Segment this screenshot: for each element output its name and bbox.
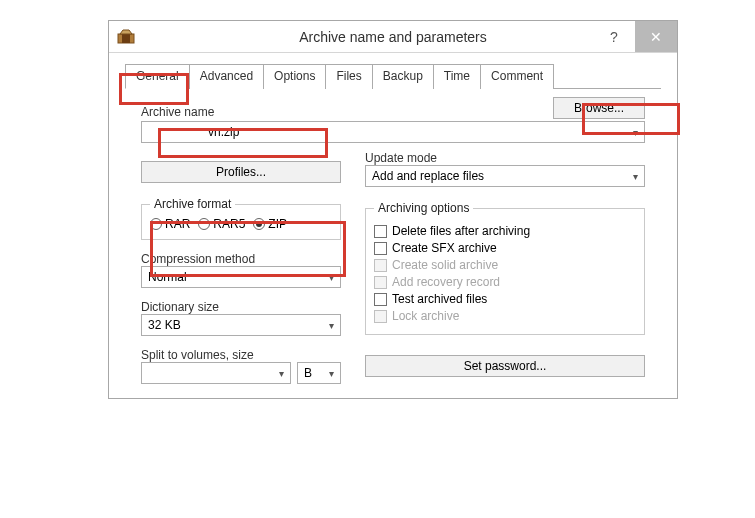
checkbox-icon <box>374 310 387 323</box>
tab-backup[interactable]: Backup <box>372 64 434 89</box>
radio-rar[interactable]: RAR <box>150 217 190 231</box>
help-button[interactable]: ? <box>593 21 635 52</box>
checkbox-icon <box>374 259 387 272</box>
check-lock: Lock archive <box>374 309 636 323</box>
tab-comment[interactable]: Comment <box>480 64 554 89</box>
archiving-options-legend: Archiving options <box>374 201 473 215</box>
checkbox-icon <box>374 276 387 289</box>
radio-icon <box>253 218 265 230</box>
radio-zip[interactable]: ZIP <box>253 217 287 231</box>
tab-general[interactable]: General <box>125 64 190 89</box>
radio-icon <box>198 218 210 230</box>
checkbox-icon <box>374 242 387 255</box>
dictionary-size-label: Dictionary size <box>141 300 341 314</box>
checkbox-icon <box>374 293 387 306</box>
tab-advanced[interactable]: Advanced <box>189 64 264 89</box>
dialog-title: Archive name and parameters <box>109 29 677 45</box>
radio-rar5[interactable]: RAR5 <box>198 217 245 231</box>
chevron-down-icon: ▾ <box>329 368 334 379</box>
check-recovery: Add recovery record <box>374 275 636 289</box>
chevron-down-icon: ▾ <box>633 127 638 138</box>
close-button[interactable]: ✕ <box>635 21 677 52</box>
update-mode-label: Update mode <box>365 151 645 165</box>
archive-name-combo[interactable]: vn.zip ▾ <box>141 121 645 143</box>
update-mode-combo[interactable]: Add and replace files ▾ <box>365 165 645 187</box>
split-volumes-label: Split to volumes, size <box>141 348 341 362</box>
chevron-down-icon: ▾ <box>329 320 334 331</box>
dictionary-size-combo[interactable]: 32 KB ▾ <box>141 314 341 336</box>
chevron-down-icon: ▾ <box>633 171 638 182</box>
compression-method-label: Compression method <box>141 252 341 266</box>
check-test[interactable]: Test archived files <box>374 292 636 306</box>
tab-strip: General Advanced Options Files Backup Ti… <box>125 63 661 89</box>
checkbox-icon <box>374 225 387 238</box>
check-sfx[interactable]: Create SFX archive <box>374 241 636 255</box>
browse-button[interactable]: Browse... <box>553 97 645 119</box>
radio-icon <box>150 218 162 230</box>
tab-files[interactable]: Files <box>325 64 372 89</box>
split-volumes-unit[interactable]: B ▾ <box>297 362 341 384</box>
dialog-window: Archive name and parameters ? ✕ General … <box>108 20 678 399</box>
archive-format-group: Archive format RAR RAR5 ZIP <box>141 197 341 240</box>
split-volumes-combo[interactable]: ▾ <box>141 362 291 384</box>
tab-options[interactable]: Options <box>263 64 326 89</box>
check-delete-after[interactable]: Delete files after archiving <box>374 224 636 238</box>
titlebar: Archive name and parameters ? ✕ <box>109 21 677 53</box>
set-password-button[interactable]: Set password... <box>365 355 645 377</box>
archive-name-label: Archive name <box>141 105 214 119</box>
compression-method-combo[interactable]: Normal ▾ <box>141 266 341 288</box>
archive-format-legend: Archive format <box>150 197 235 211</box>
tab-time[interactable]: Time <box>433 64 481 89</box>
check-solid: Create solid archive <box>374 258 636 272</box>
profiles-button[interactable]: Profiles... <box>141 161 341 183</box>
archiving-options-group: Archiving options Delete files after arc… <box>365 201 645 335</box>
chevron-down-icon: ▾ <box>329 272 334 283</box>
client-area: General Advanced Options Files Backup Ti… <box>109 53 677 398</box>
chevron-down-icon: ▾ <box>279 368 284 379</box>
archive-name-value: vn.zip <box>148 125 239 139</box>
